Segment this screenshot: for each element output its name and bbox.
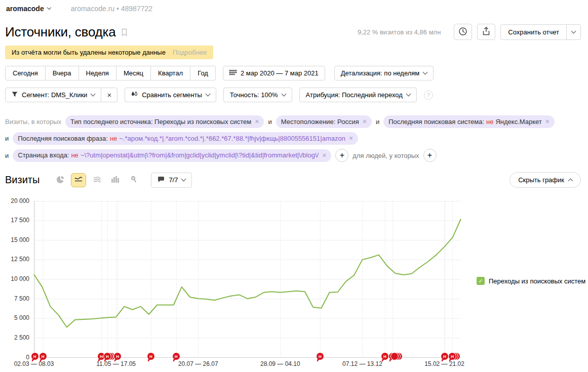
preset-year[interactable]: Год — [190, 66, 216, 80]
add-visit-filter-button[interactable]: + — [335, 149, 348, 162]
segment-dropdown[interactable]: Сегмент: DMS_Клики — [6, 88, 101, 102]
segment-split-button: Сегмент: DMS_Клики × — [5, 88, 117, 102]
filter-chip-landing-page[interactable]: Страница входа: не ~\?utm|openstat|&utm|… — [13, 149, 331, 162]
and-label: и — [5, 135, 9, 142]
annotation-badge[interactable]: Н — [173, 353, 180, 360]
chip-negation: не — [110, 135, 117, 142]
export-button[interactable] — [477, 24, 495, 40]
chart-toolbar: Визиты — [5, 172, 581, 188]
chip-value: Яндекс.Маркет — [495, 118, 541, 126]
annotation-badge[interactable]: Н — [147, 353, 154, 360]
filter-chip-location[interactable]: Местоположение: Россия × — [276, 115, 372, 128]
clock-icon — [458, 27, 467, 37]
legend-checkbox[interactable]: ✓ — [477, 277, 485, 285]
chart-type-stacked-button[interactable] — [89, 173, 104, 187]
chart-type-bars-button[interactable] — [107, 173, 123, 187]
annotation-badge[interactable]: Н — [104, 353, 111, 360]
annotation-badge[interactable]: Н — [40, 353, 47, 360]
preset-today[interactable]: Сегодня — [5, 66, 46, 80]
remove-filter-icon[interactable]: × — [322, 151, 326, 159]
top-bar: aromacode aromacode.ru • 48987722 — [0, 0, 588, 17]
and-label: и — [268, 118, 271, 126]
chip-negation: не — [71, 151, 78, 159]
annotations-count-label: 7/7 — [169, 176, 178, 184]
and-label: и — [5, 152, 9, 159]
chevron-down-icon — [47, 6, 51, 10]
chevron-down-icon — [423, 70, 428, 75]
period-presets: Сегодня Вчера Неделя Месяц Квартал Год — [5, 66, 216, 80]
map-pin-icon — [130, 176, 137, 184]
counter-name-label: aromacode — [6, 5, 44, 13]
chip-regex: ~.*аром.*код.*|.*arom.*cod.*|.*662.*67.*… — [119, 135, 345, 142]
segment-label: Сегмент: DMS_Клики — [22, 91, 87, 99]
remove-filter-icon[interactable]: × — [349, 134, 353, 142]
detalization-label: Детализация: по неделям — [341, 69, 420, 77]
chip-label: Тип последнего источника: Переходы из по… — [70, 118, 251, 126]
date-range-button[interactable]: 2 мар 2020 — 7 мар 2021 — [223, 66, 325, 80]
chevron-down-icon — [205, 92, 210, 97]
hide-chart-button[interactable]: Скрыть график — [509, 172, 581, 188]
save-report-label[interactable]: Сохранить отчет — [501, 25, 566, 39]
chevron-down-icon — [91, 92, 96, 97]
filter-chip-last-search-engine[interactable]: Последняя поисковая система: не Яндекс.М… — [383, 115, 555, 128]
detalization-dropdown[interactable]: Детализация: по неделям — [334, 66, 434, 80]
share-upload-icon — [482, 27, 490, 37]
remove-filter-icon[interactable]: × — [363, 117, 367, 126]
annotation-badge[interactable]: Н — [114, 353, 121, 360]
chip-negation: не — [486, 118, 493, 126]
chip-label: Последняя поисковая фраза: — [18, 135, 108, 142]
banner-text: Из отчёта могли быть удалены некоторые д… — [12, 49, 166, 56]
filter-chip-last-search-phrase[interactable]: Последняя поисковая фраза: не ~.*аром.*к… — [13, 132, 358, 145]
page-title: Источники, сводка — [5, 24, 116, 40]
drops-icon — [131, 91, 138, 99]
legend-item[interactable]: ✓ Переходы из поисковых систем — [477, 277, 585, 285]
chevron-down-icon — [571, 28, 576, 33]
accuracy-dropdown[interactable]: Точность: 100% — [223, 88, 292, 102]
remove-filter-icon[interactable]: × — [255, 117, 259, 126]
chart-plot[interactable] — [34, 201, 462, 358]
annotation-badge[interactable]: Н — [317, 353, 324, 360]
data-removed-banner: Из отчёта могли быть удалены некоторые д… — [5, 46, 213, 59]
visits-share-label: 9,22 % визитов из 4,86 млн — [358, 28, 441, 36]
chip-label: Страница входа: — [18, 151, 69, 159]
chip-regex: ~\?utm|openstat|&utm|\?from|&from|gclid|… — [81, 151, 319, 159]
funnel-icon — [12, 91, 18, 99]
preset-week[interactable]: Неделя — [79, 66, 116, 80]
chart-type-switcher: 7/7 — [53, 173, 192, 188]
preset-quarter[interactable]: Квартал — [151, 66, 190, 80]
annotation-badge[interactable]: Н — [441, 353, 448, 360]
add-people-filter-button[interactable]: + — [423, 149, 437, 162]
annotations-dropdown[interactable]: 7/7 — [151, 173, 192, 188]
hide-chart-label: Скрыть график — [518, 176, 564, 184]
save-report-menu[interactable] — [566, 25, 580, 39]
segment-clear-button[interactable]: × — [101, 88, 117, 102]
filter-chip-last-source-type[interactable]: Тип последнего источника: Переходы из по… — [65, 115, 264, 128]
preset-yesterday[interactable]: Вчера — [46, 66, 79, 80]
chart-type-line-button[interactable] — [71, 173, 86, 187]
save-report-split-button[interactable]: Сохранить отчет — [500, 24, 581, 40]
remove-filter-icon[interactable]: × — [545, 117, 550, 126]
annotation-badge[interactable]: Н — [381, 353, 388, 360]
chevron-down-icon — [181, 177, 186, 182]
banner-details-link[interactable]: Подробнее — [173, 49, 207, 56]
chart-type-pie-button[interactable] — [53, 173, 68, 187]
preset-month[interactable]: Месяц — [116, 66, 151, 80]
bookmark-icon[interactable] — [121, 28, 128, 38]
legend-label: Переходы из поисковых систем — [489, 277, 585, 285]
report-header: Источники, сводка 9,22 % визитов из 4,86… — [0, 17, 588, 40]
chart-type-map-button[interactable] — [126, 173, 141, 187]
stacked-areas-icon — [93, 176, 101, 184]
controls-row: Сегмент: DMS_Клики × Сравнить сегменты Т… — [5, 88, 583, 102]
compare-segments-dropdown[interactable]: Сравнить сегменты — [125, 88, 216, 102]
help-icon[interactable]: ? — [424, 91, 433, 100]
metric-label: Визиты — [5, 174, 40, 186]
history-button[interactable] — [454, 24, 472, 40]
site-info: aromacode.ru • 48987722 — [71, 5, 152, 13]
chevron-down-icon — [281, 92, 286, 97]
calendar-grid-icon — [229, 69, 237, 77]
chevron-down-icon — [406, 92, 411, 97]
attribution-dropdown[interactable]: Атрибуция: Последний переход — [299, 88, 417, 102]
counter-selector[interactable]: aromacode — [6, 5, 51, 13]
comment-bubble-icon — [158, 176, 165, 184]
annotation-badge[interactable]: Н — [31, 353, 38, 360]
